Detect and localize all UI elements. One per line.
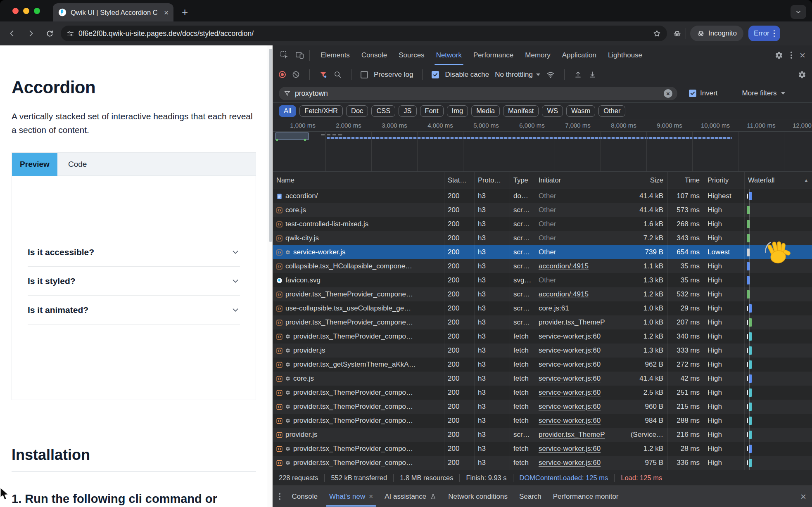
waterfall-cell[interactable] <box>745 456 812 470</box>
waterfall-cell[interactable] <box>745 400 812 414</box>
filter-icon[interactable] <box>319 70 328 79</box>
request-name-cell[interactable]: qwik-city.js <box>273 231 444 245</box>
drawer-tab-what-s-new[interactable]: What's new× <box>323 486 379 507</box>
devtools-tab-lighthouse[interactable]: Lighthouse <box>602 45 648 65</box>
request-name-cell[interactable]: core.js <box>273 203 444 217</box>
maximize-window-button[interactable] <box>34 8 40 14</box>
initiator-link[interactable]: service-worker.js:60 <box>539 374 601 383</box>
waterfall-cell[interactable] <box>745 358 812 372</box>
initiator-link[interactable]: provider.tsx_ThemeP <box>539 318 605 327</box>
initiator-cell[interactable]: service-worker.js:60 <box>535 372 616 386</box>
throttling-select[interactable]: No throttling <box>495 71 540 79</box>
devtools-tab-sources[interactable]: Sources <box>393 45 430 65</box>
table-row[interactable]: provider.tsx_getSystemTheme_aKkA…200h3fe… <box>273 358 812 372</box>
table-row[interactable]: core.js200h3scr…Other41.4 kB573 msHigh <box>273 203 812 217</box>
drawer-tab-close-icon[interactable]: × <box>369 493 373 501</box>
export-har-icon[interactable] <box>588 70 597 79</box>
drawer-close-icon[interactable]: × <box>800 492 806 502</box>
waterfall-cell[interactable] <box>745 414 812 428</box>
table-row[interactable]: collapsible.tsx_HCollapsible_compone…200… <box>273 259 812 273</box>
back-button[interactable] <box>7 29 17 38</box>
minimize-window-button[interactable] <box>23 8 29 14</box>
table-row[interactable]: provider.tsx_ThemeProvider_compo…200h3fe… <box>273 386 812 400</box>
initiator-link[interactable]: provider.tsx_ThemeP <box>539 431 605 439</box>
network-settings-icon[interactable] <box>798 71 806 79</box>
request-name-cell[interactable]: core.js <box>273 372 444 386</box>
initiator-link[interactable]: service-worker.js:60 <box>539 389 601 397</box>
filter-chip-fetch-xhr[interactable]: Fetch/XHR <box>299 105 343 117</box>
column-header-initiator[interactable]: Initiator <box>535 172 616 189</box>
waterfall-cell[interactable] <box>745 203 812 217</box>
waterfall-cell[interactable] <box>745 386 812 400</box>
column-header-waterfall[interactable]: Waterfall▲ <box>745 172 812 189</box>
column-header-proto[interactable]: Proto… <box>475 172 510 189</box>
invert-checkbox[interactable] <box>689 90 696 97</box>
clear-network-log-icon[interactable] <box>292 70 300 79</box>
table-row[interactable]: test-controlled-list-mixed.js200h3scr…Ot… <box>273 217 812 231</box>
initiator-cell[interactable]: service-worker.js:60 <box>535 358 616 372</box>
page-scrollbar[interactable] <box>268 45 273 507</box>
devtools-tab-network[interactable]: Network <box>430 45 468 65</box>
column-header-time[interactable]: Time <box>668 172 704 189</box>
request-name-cell[interactable]: test-controlled-list-mixed.js <box>273 217 444 231</box>
column-header-priority[interactable]: Priority <box>704 172 745 189</box>
waterfall-cell[interactable] <box>745 315 812 329</box>
address-bar[interactable]: 0f6e2f0b.qwik-ui-site.pages.dev/docs/sty… <box>61 26 667 41</box>
kebab-menu-icon[interactable] <box>774 30 775 37</box>
tab-preview[interactable]: Preview <box>12 153 57 176</box>
request-name-cell[interactable]: provider.tsx_ThemeProvider_compone… <box>273 315 444 329</box>
filter-chip-wasm[interactable]: Wasm <box>566 105 595 117</box>
table-row[interactable]: accordion/200h3do…Other41.4 kB107 msHigh… <box>273 189 812 203</box>
new-tab-button[interactable]: + <box>182 7 188 17</box>
filter-chip-css[interactable]: CSS <box>371 105 395 117</box>
filter-chip-ws[interactable]: WS <box>542 105 563 117</box>
initiator-link[interactable]: accordion/:4915 <box>539 262 589 270</box>
devtools-tab-memory[interactable]: Memory <box>519 45 556 65</box>
initiator-link[interactable]: core.js:61 <box>539 304 569 313</box>
accordion-item-is-it-animated[interactable]: Is it animated? <box>28 296 240 325</box>
request-name-cell[interactable]: provider.tsx_ThemeProvider_compo… <box>273 456 444 470</box>
record-network-log-button[interactable] <box>279 71 286 78</box>
extension-incognito-icon[interactable] <box>673 29 681 38</box>
table-row[interactable]: provider.tsx_ThemeProvider_compo…200h3fe… <box>273 442 812 456</box>
initiator-cell[interactable]: service-worker.js:60 <box>535 414 616 428</box>
timeline-overview[interactable] <box>273 132 812 171</box>
request-name-cell[interactable]: provider.tsx_getSystemTheme_aKkA… <box>273 358 444 372</box>
request-name-cell[interactable]: provider.tsx_ThemeProvider_compo… <box>273 386 444 400</box>
clear-filter-icon[interactable]: × <box>664 89 672 98</box>
table-row[interactable]: use-collapsible.tsx_useCollapsible_ge…20… <box>273 301 812 315</box>
initiator-cell[interactable]: service-worker.js:60 <box>535 400 616 414</box>
filter-chip-all[interactable]: All <box>279 105 296 117</box>
inspect-element-icon[interactable] <box>280 50 289 60</box>
close-window-button[interactable] <box>12 8 19 14</box>
column-header-size[interactable]: Size <box>616 172 668 189</box>
initiator-cell[interactable]: service-worker.js:60 <box>535 386 616 400</box>
table-row[interactable]: provider.tsx_ThemeProvider_compo…200h3fe… <box>273 400 812 414</box>
initiator-link[interactable]: accordion/:4915 <box>539 290 589 299</box>
preserve-log-checkbox[interactable] <box>361 71 368 78</box>
table-row[interactable]: provider.tsx_ThemeProvider_compone…200h3… <box>273 287 812 301</box>
devtools-settings-icon[interactable] <box>775 51 783 59</box>
initiator-cell[interactable]: service-worker.js:60 <box>535 329 616 344</box>
request-name-cell[interactable]: collapsible.tsx_HCollapsible_compone… <box>273 259 444 273</box>
import-har-icon[interactable] <box>574 70 582 79</box>
error-extension-button[interactable]: Error <box>748 26 780 41</box>
request-name-cell[interactable]: provider.tsx_ThemeProvider_compo… <box>273 329 444 344</box>
initiator-cell[interactable]: provider.tsx_ThemeP <box>535 428 616 442</box>
waterfall-cell[interactable] <box>745 273 812 287</box>
initiator-cell[interactable]: service-worker.js:60 <box>535 344 616 358</box>
network-overview[interactable]: 1,000 ms2,000 ms3,000 ms4,000 ms5,000 ms… <box>273 119 812 172</box>
filter-chip-font[interactable]: Font <box>420 105 444 117</box>
drawer-tab-search[interactable]: Search <box>513 486 547 507</box>
table-row[interactable]: core.js200h3fetchservice-worker.js:6041.… <box>273 372 812 386</box>
devtools-close-icon[interactable]: × <box>800 50 805 60</box>
table-row[interactable]: provider.js200h3fetchservice-worker.js:6… <box>273 344 812 358</box>
waterfall-cell[interactable] <box>745 189 812 203</box>
tab-code[interactable]: Code <box>57 153 97 176</box>
waterfall-cell[interactable] <box>745 301 812 315</box>
waterfall-cell[interactable] <box>745 329 812 344</box>
initiator-link[interactable]: service-worker.js:60 <box>539 459 601 467</box>
request-name-cell[interactable]: provider.tsx_ThemeProvider_compo… <box>273 400 444 414</box>
drawer-tab-console[interactable]: Console <box>286 486 323 507</box>
request-name-cell[interactable]: provider.tsx_ThemeProvider_compone… <box>273 287 444 301</box>
